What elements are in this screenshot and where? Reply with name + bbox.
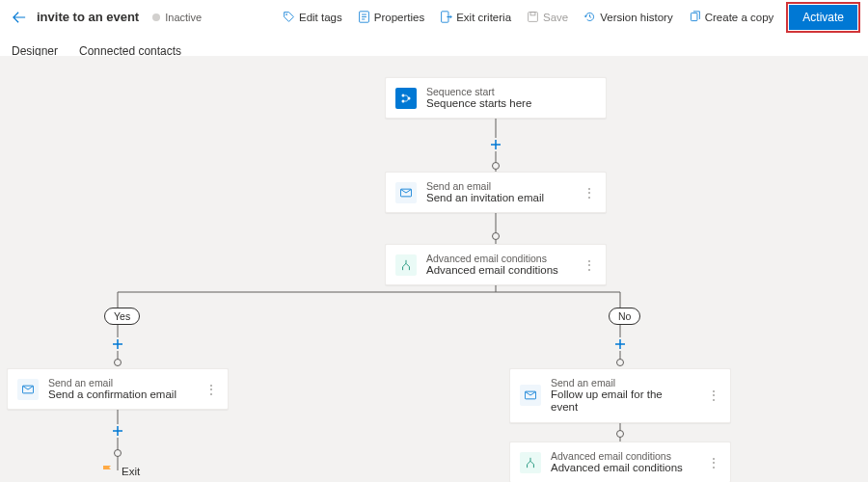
svg-rect-5 (691, 13, 697, 20)
node-label: Send an invitation email (426, 192, 544, 204)
status-label: Inactive (165, 12, 202, 23)
save-label: Save (543, 12, 568, 23)
condition-icon (395, 254, 417, 276)
connector-ring (492, 232, 500, 240)
email-icon (395, 182, 417, 203)
save-button: Save (520, 7, 575, 27)
email-icon (17, 379, 39, 400)
node-more-button[interactable]: ⋮ (195, 382, 218, 397)
node-type: Advanced email conditions (426, 253, 558, 264)
properties-icon (358, 11, 370, 23)
arrow-left-icon (13, 11, 26, 24)
node-more-button[interactable]: ⋮ (573, 185, 596, 201)
svg-rect-3 (529, 13, 538, 22)
node-more-button[interactable]: ⋮ (697, 388, 720, 403)
node-type: Send an email (551, 377, 688, 388)
edit-tags-label: Edit tags (299, 12, 342, 23)
version-history-label: Version history (600, 12, 672, 23)
node-label: Advanced email conditions (551, 462, 683, 474)
exit-node[interactable]: Exit (100, 464, 140, 479)
svg-point-12 (402, 99, 405, 102)
node-type: Send an email (48, 377, 176, 388)
activate-button[interactable]: Activate (789, 5, 857, 30)
branch-no-pill[interactable]: No (609, 308, 640, 325)
node-type: Advanced email conditions (551, 450, 683, 462)
connector-ring (114, 449, 122, 457)
node-label: Advanced email conditions (426, 264, 558, 277)
connector-ring (492, 162, 500, 170)
header-bar: invite to an event Inactive Edit tags Pr… (0, 0, 868, 35)
create-copy-button[interactable]: Create a copy (682, 7, 781, 27)
connector-ring (616, 430, 624, 438)
svg-point-11 (402, 94, 405, 96)
add-step-button[interactable] (489, 138, 502, 151)
plus-icon (490, 139, 502, 150)
node-conditions-2[interactable]: Advanced email conditions Advanced email… (509, 442, 731, 482)
copy-icon (689, 11, 701, 23)
properties-label: Properties (374, 12, 424, 23)
flow-start-icon (395, 88, 417, 109)
node-label: Send a confirmation email (48, 388, 176, 401)
toolbar: Edit tags Properties Exit criteria Save … (276, 2, 860, 33)
branch-yes-pill[interactable]: Yes (104, 308, 140, 325)
tag-icon (283, 11, 295, 23)
node-type: Sequence start (426, 86, 531, 97)
edit-tags-button[interactable]: Edit tags (276, 7, 349, 27)
connector-ring (114, 359, 122, 366)
exit-criteria-button[interactable]: Exit criteria (433, 7, 518, 27)
condition-icon (520, 452, 541, 473)
node-send-invitation[interactable]: Send an email Send an invitation email ⋮ (385, 172, 607, 213)
plus-icon (614, 338, 626, 350)
plus-icon (112, 425, 123, 437)
create-copy-label: Create a copy (705, 12, 774, 23)
status-dot-icon (152, 13, 160, 21)
svg-point-0 (285, 13, 287, 15)
node-send-confirmation[interactable]: Send an email Send a confirmation email … (7, 368, 229, 410)
properties-button[interactable]: Properties (351, 7, 431, 27)
node-followup-email[interactable]: Send an email Follow up email for the ev… (509, 368, 731, 423)
back-button[interactable] (8, 6, 31, 29)
exit-criteria-icon (440, 11, 452, 23)
exit-criteria-label: Exit criteria (456, 12, 511, 23)
connector-ring (616, 359, 624, 366)
node-label: Follow up email for the event (551, 388, 688, 414)
svg-rect-4 (530, 13, 535, 15)
activate-highlight: Activate (786, 2, 860, 33)
add-step-button[interactable] (613, 337, 627, 351)
plus-icon (112, 338, 123, 350)
save-icon (527, 11, 539, 23)
add-step-button[interactable] (111, 424, 124, 438)
node-more-button[interactable]: ⋮ (573, 257, 596, 273)
exit-label: Exit (122, 466, 140, 477)
version-history-button[interactable]: Version history (577, 7, 679, 27)
email-icon (520, 385, 541, 406)
add-step-button[interactable] (111, 337, 124, 351)
designer-canvas[interactable]: Sequence start Sequence starts here Send… (0, 56, 868, 482)
node-conditions-1[interactable]: Advanced email conditions Advanced email… (385, 244, 607, 285)
node-label: Sequence starts here (426, 97, 531, 110)
node-more-button[interactable]: ⋮ (697, 455, 720, 470)
flag-icon (100, 464, 114, 479)
node-type: Send an email (426, 180, 544, 192)
node-sequence-start[interactable]: Sequence start Sequence starts here (385, 77, 607, 119)
page-title: invite to an event (37, 10, 139, 24)
history-icon (583, 11, 596, 23)
